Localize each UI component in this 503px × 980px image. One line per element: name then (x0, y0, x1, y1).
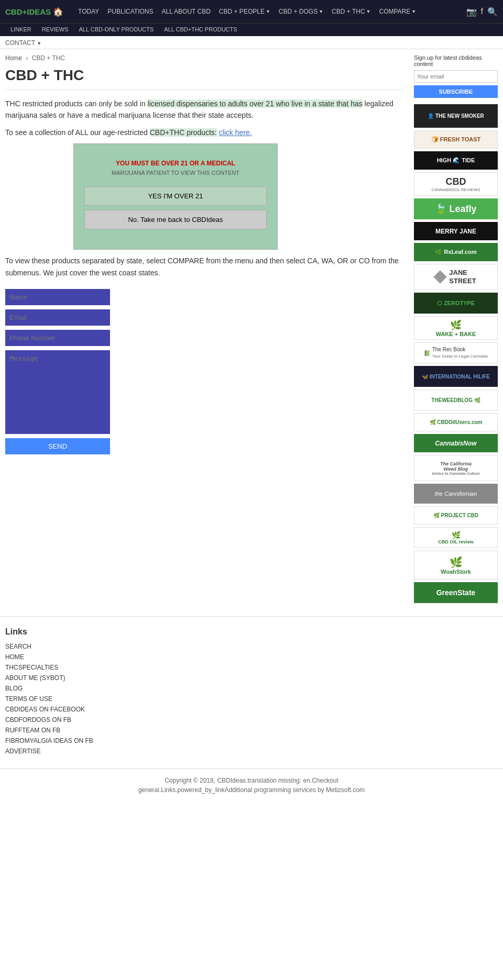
sub-nav-cbd-only[interactable]: ALL CBD-ONLY PRODUCTS (73, 25, 159, 34)
footer-link-home[interactable]: HOME (5, 653, 498, 661)
sub-nav-reviews[interactable]: REVIEWS (37, 25, 74, 34)
partner-logo-cannabidiol[interactable]: CBD CANNABIDIOL REVIEWS (414, 172, 498, 196)
footer-link-search[interactable]: SEARCH (5, 643, 498, 650)
footer-links-title: Links (5, 627, 498, 637)
sub-nav: LINKER REVIEWS ALL CBD-ONLY PRODUCTS ALL… (0, 23, 503, 36)
partner-logo-caweedblog[interactable]: The California Weed Blog Advice to Canna… (414, 455, 498, 481)
social-icons: 📷 f 🔍 (466, 7, 498, 17)
copyright-text: Copyright © 2018, CBDIdeas.translation m… (8, 777, 495, 784)
nav-today[interactable]: TODAY (74, 8, 103, 15)
name-field[interactable] (5, 289, 110, 305)
main-wrapper: Home › CBD + THC CBD + THC THC restricte… (0, 49, 503, 611)
powered-by-text: general.Links.powered_by_linkAdditional … (8, 786, 495, 794)
content-area: Home › CBD + THC CBD + THC THC restricte… (5, 54, 403, 606)
partner-logo-wakebake[interactable]: 🌿 WAKE + BAKE (414, 316, 498, 340)
contact-form: SEND (5, 289, 403, 454)
footer-link-advertise[interactable]: ADVERTISE (5, 748, 498, 755)
header: CBD+IDEAS 🏠 TODAY PUBLICATIONS ALL ABOUT… (0, 0, 503, 36)
footer-link-about[interactable]: ABOUT ME (SYBOT) (5, 674, 498, 682)
sub-nav-cbd-thc-products[interactable]: ALL CBD+THC PRODUCTS (159, 25, 242, 34)
age-gate-yes-button[interactable]: YES I'M OVER 21 (84, 186, 267, 206)
send-button[interactable]: SEND (5, 438, 110, 454)
partner-logo-recbook[interactable]: 📗 The Rec BookYour Guide to Legal Cannab… (414, 342, 498, 363)
sidebar-email-input[interactable] (414, 70, 498, 83)
footer-link-ruffteam-fb[interactable]: RUFFTEAM on FB (5, 727, 498, 734)
site-logo[interactable]: CBD+IDEAS 🏠 (5, 7, 63, 17)
main-nav: TODAY PUBLICATIONS ALL ABOUT CBD CBD + P… (74, 8, 466, 15)
contact-bar: CONTACT ▼ (0, 36, 503, 49)
breadcrumb-separator: › (26, 54, 28, 62)
instagram-icon[interactable]: 📷 (466, 7, 477, 17)
nav-publications[interactable]: PUBLICATIONS (103, 8, 157, 15)
breadcrumb: Home › CBD + THC (5, 54, 403, 62)
body-text-3: To view these products separated by stat… (5, 255, 403, 279)
breadcrumb-home[interactable]: Home (5, 54, 22, 62)
footer-link-terms[interactable]: TERMS OF USE (5, 695, 498, 703)
partner-logo-cbdoilreview[interactable]: 🌿 CBD OIL review (414, 527, 498, 548)
partner-logo-intlhilife[interactable]: 🦋 INTERNATIONAL HILIFE (414, 366, 498, 387)
sidebar-signup: Sign up for latest cbdideas content SUBS… (414, 54, 498, 98)
contact-button[interactable]: CONTACT ▼ (5, 39, 41, 47)
logo-text: CBD+IDEAS (5, 7, 51, 16)
footer-link-fibromyalgia-fb[interactable]: FIBROMYALGIA IDEAS on FB (5, 737, 498, 744)
jane-street-label: JANESTREET (449, 269, 476, 285)
footer-bottom: Copyright © 2018, CBDIdeas.translation m… (0, 769, 503, 801)
partner-logo-cannabisnow[interactable]: CannabisNow (414, 434, 498, 452)
footer-link-blog[interactable]: BLOG (5, 685, 498, 692)
nav-cbd-dogs[interactable]: CBD + DOGS ▼ (275, 8, 327, 15)
phone-field[interactable] (5, 330, 110, 346)
breadcrumb-current: CBD + THC (32, 54, 65, 62)
partner-logos: 👤 THE NEW SMOKER 🍞 FRESH TOAST HIGH 🌊 TI… (414, 104, 498, 603)
age-gate-subtitle: MARIJUANA PATIENT TO VIEW THIS CONTENT (84, 170, 267, 176)
partner-logo-janestreet[interactable]: JANESTREET (414, 264, 498, 290)
partner-logo-high-tide[interactable]: HIGH 🌊 TIDE (414, 151, 498, 170)
click-here-link[interactable]: click here. (219, 128, 252, 137)
partner-logo-woahstork[interactable]: 🌿 WoahStork (414, 551, 498, 580)
age-gate-overlay: YOU MUST BE OVER 21 OR A MEDICAL MARIJUA… (73, 143, 278, 250)
footer-links-section: Links SEARCH HOME THCSPECIALTIES ABOUT M… (0, 616, 503, 769)
partner-logo-zerotype[interactable]: ⬡ ZEROTYPE (414, 293, 498, 314)
partner-logo-rxleaf[interactable]: 🌿 RxLeaf.com (414, 243, 498, 261)
partner-logo-greenstate[interactable]: GreenState (414, 582, 498, 603)
partner-logo-fresh-toast[interactable]: 🍞 FRESH TOAST (414, 130, 498, 149)
message-field[interactable] (5, 350, 110, 434)
body-text-2: To see a collection of ALL our age-restr… (5, 127, 403, 138)
partner-logo-cannifornian[interactable]: the Cannifornian (414, 484, 498, 504)
search-icon[interactable]: 🔍 (487, 7, 498, 17)
sidebar: Sign up for latest cbdideas content SUBS… (414, 54, 498, 606)
page-title: CBD + THC (5, 67, 403, 90)
nav-compare[interactable]: COMPARE ▼ (375, 8, 421, 15)
signup-label: Sign up for latest cbdideas content (414, 54, 498, 67)
partner-logo-weedblog[interactable]: THEWEEDBLOG 🌿 (414, 389, 498, 410)
partner-logo-cbdoilusers[interactable]: 🌿 CBDOilUsers.com (414, 413, 498, 431)
age-gate-title: YOU MUST BE OVER 21 OR A MEDICAL (84, 160, 267, 167)
sub-nav-linker[interactable]: LINKER (5, 25, 37, 34)
footer-link-cbdideas-fb[interactable]: CBDIDEAS on FACEBOOK (5, 706, 498, 713)
footer-link-cbdfordogs-fb[interactable]: CBDFORDOGS on FB (5, 716, 498, 723)
nav-cbd-thc[interactable]: CBD + THC ▼ (327, 8, 375, 15)
nav-all-about-cbd[interactable]: ALL ABOUT CBD (157, 8, 214, 15)
partner-logo-leafly[interactable]: 🍃 Leafly (414, 198, 498, 219)
home-icon[interactable]: 🏠 (53, 7, 63, 17)
age-gate-no-button[interactable]: No. Take me back to CBDIdeas (84, 210, 267, 229)
subscribe-button[interactable]: SUBSCRIBE (414, 85, 498, 98)
email-field[interactable] (5, 309, 110, 326)
partner-logo-projectcbd[interactable]: 🌿 PROJECT CBD (414, 506, 498, 525)
facebook-icon[interactable]: f (481, 7, 483, 16)
body-text-1: THC restricted products can only be sold… (5, 98, 403, 121)
partner-logo-merryjane[interactable]: MERRY JANE (414, 222, 498, 240)
nav-cbd-people[interactable]: CBD + PEOPLE ▼ (215, 8, 275, 15)
footer-links-list: SEARCH HOME THCSPECIALTIES ABOUT ME (SYB… (5, 643, 498, 755)
footer-link-thcspecialties[interactable]: THCSPECIALTIES (5, 664, 498, 671)
partner-logo-new-smoker[interactable]: 👤 THE NEW SMOKER (414, 104, 498, 128)
